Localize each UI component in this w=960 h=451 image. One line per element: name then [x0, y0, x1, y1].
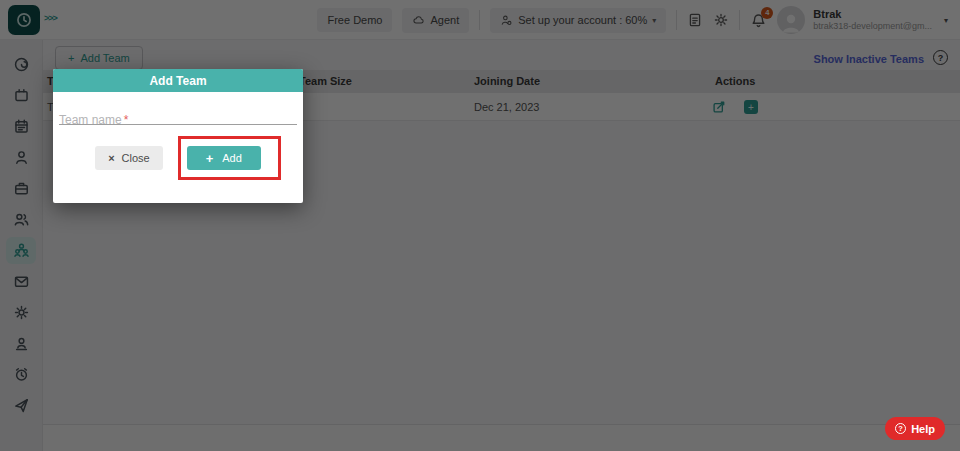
modal-title: Add Team	[149, 74, 206, 88]
close-button[interactable]: × Close	[95, 146, 163, 170]
plus-icon: +	[206, 153, 214, 164]
add-team-modal: Add Team Team name* × Close + Add	[53, 69, 303, 203]
modal-add-button[interactable]: + Add	[187, 146, 261, 170]
help-question-icon: ?	[895, 423, 906, 434]
modal-overlay[interactable]	[0, 0, 960, 451]
help-button[interactable]: ? Help	[885, 417, 945, 440]
team-name-placeholder: Team name	[59, 113, 122, 127]
close-button-label: Close	[122, 152, 150, 164]
modal-header: Add Team	[53, 69, 303, 92]
help-button-label: Help	[911, 423, 935, 435]
close-x-icon: ×	[108, 152, 114, 164]
required-asterisk: *	[124, 113, 129, 127]
add-button-label: Add	[222, 152, 242, 164]
modal-button-row: × Close + Add	[53, 146, 303, 170]
app-screen: >>> Free Demo Agent Set up your account …	[0, 0, 960, 451]
team-name-input[interactable]: Team name*	[59, 110, 297, 125]
